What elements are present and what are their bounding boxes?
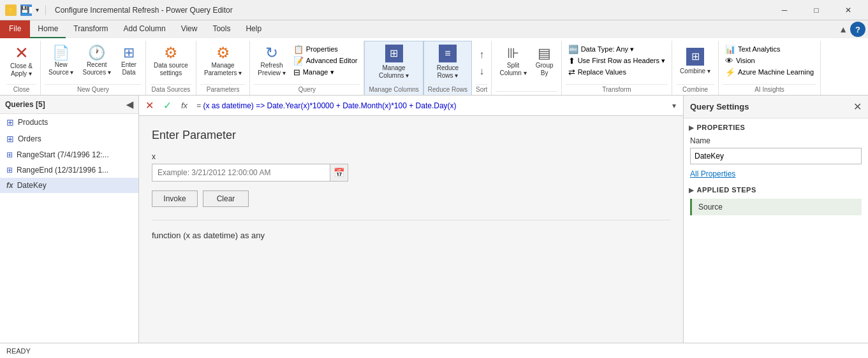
minimize-button[interactable]: ─: [770, 1, 799, 20]
combine-button[interactable]: ⊞ Combine ▾: [676, 42, 714, 80]
query-item-datekey[interactable]: fx DateKey: [0, 178, 138, 193]
param-input-field[interactable]: [152, 164, 330, 182]
sort-asc-button[interactable]: ↑: [476, 48, 487, 62]
ribbon-group-close-label: Close: [6, 84, 36, 95]
ribbon-group-parameters: ⚙ ManageParameters ▾ Parameters: [196, 41, 250, 95]
properties-section-label: PROPERTIES: [697, 124, 746, 131]
tab-help[interactable]: Help: [238, 20, 269, 38]
formula-confirm-button[interactable]: ✓: [159, 98, 175, 113]
window-controls: ─ □ ✕: [770, 1, 863, 20]
applied-steps-section-header: ▶ APPLIED STEPS: [684, 181, 868, 196]
formula-expand-button[interactable]: ▾: [668, 98, 680, 113]
ribbon-group-transform-content: 🔤 Data Type: Any ▾ ⬆ Use First Row as He…: [566, 41, 668, 84]
data-source-settings-button[interactable]: ⚙ Data sourcesettings: [150, 42, 192, 80]
data-type-button[interactable]: 🔤 Data Type: Any ▾: [566, 43, 668, 55]
range-end-icon: ⊞: [6, 166, 13, 175]
split-column-button[interactable]: ⊪ SplitColumn ▾: [496, 42, 530, 80]
maximize-button[interactable]: □: [802, 1, 831, 20]
all-properties-link[interactable]: All Properties: [684, 167, 868, 181]
close-apply-icon: ✕: [15, 45, 29, 61]
reduce-rows-icon: ≡: [439, 45, 457, 62]
query-item-range-end[interactable]: ⊞ RangeEnd (12/31/1996 1...: [0, 162, 138, 178]
query-label-orders: Orders: [18, 134, 41, 143]
recent-sources-button[interactable]: 🕐 RecentSources ▾: [78, 42, 114, 80]
formula-text: = (x as datetime) => Date.Year(x)*10000 …: [194, 101, 665, 110]
ribbon-group-close: ✕ Close &Apply ▾ Close: [3, 41, 41, 95]
manage-parameters-label: ManageParameters ▾: [204, 62, 242, 77]
applied-steps-section-label: APPLIED STEPS: [697, 186, 756, 194]
manage-button[interactable]: ⊟ Manage ▾: [291, 66, 360, 78]
refresh-preview-button[interactable]: ↻ RefreshPreview ▾: [254, 42, 289, 80]
save-icon[interactable]: 💾: [20, 4, 32, 16]
first-row-headers-label: Use First Row as Headers ▾: [578, 57, 665, 65]
replace-values-icon: ⇄: [568, 68, 575, 77]
ribbon-group-sort: ↑ ↓ Sort: [472, 41, 492, 95]
ribbon-group-transform-label: Transform: [566, 84, 668, 95]
group-by-button[interactable]: ▤ GroupBy: [532, 42, 557, 80]
reduce-rows-button[interactable]: ≡ ReduceRows ▾: [432, 43, 464, 81]
properties-triangle-icon[interactable]: ▶: [689, 124, 695, 131]
combine-label: Combine ▾: [680, 68, 710, 75]
query-settings-close-button[interactable]: ✕: [853, 101, 862, 113]
tab-file[interactable]: File: [0, 20, 30, 38]
manage-columns-button[interactable]: ⊞ ManageColumns ▾: [375, 43, 413, 81]
ribbon-group-ai-insights: 📊 Text Analytics 👁 Vision ⚡ Azure Machin…: [719, 41, 821, 95]
name-label: Name: [684, 134, 868, 147]
query-item-range-start[interactable]: ⊞ RangeStart (7/4/1996 12:...: [0, 147, 138, 162]
azure-ml-button[interactable]: ⚡ Azure Machine Learning: [723, 66, 816, 78]
new-source-button[interactable]: 📄 NewSource ▾: [45, 42, 77, 80]
datekey-icon: fx: [6, 181, 13, 190]
queries-panel-title: Queries [5]: [5, 100, 45, 109]
query-label-datekey: DateKey: [17, 181, 47, 190]
formula-bar: ✕ ✓ fx = (x as datetime) => Date.Year(x)…: [139, 96, 683, 116]
formula-cancel-button[interactable]: ✕: [142, 98, 157, 113]
ribbon-group-close-content: ✕ Close &Apply ▾: [6, 41, 36, 84]
close-button[interactable]: ✕: [834, 1, 863, 20]
properties-section-header: ▶ PROPERTIES: [684, 118, 868, 134]
query-item-products[interactable]: ⊞ Products: [0, 114, 138, 131]
manage-columns-label: ManageColumns ▾: [379, 64, 409, 80]
ribbon-group-data-sources-content: ⚙ Data sourcesettings: [150, 41, 192, 84]
invoke-button[interactable]: Invoke: [152, 190, 198, 207]
enter-data-button[interactable]: ⊞ EnterData: [116, 42, 142, 80]
tab-add-column[interactable]: Add Column: [116, 20, 173, 38]
ribbon-right-controls: ▲ ?: [839, 22, 868, 37]
ribbon-group-sort-content: ↑ ↓: [476, 41, 487, 84]
tab-tools[interactable]: Tools: [205, 20, 238, 38]
text-analytics-label: Text Analytics: [738, 45, 781, 53]
properties-button[interactable]: 📋 Properties: [291, 43, 360, 55]
manage-parameters-button[interactable]: ⚙ ManageParameters ▾: [200, 42, 246, 80]
center-column: ✕ ✓ fx = (x as datetime) => Date.Year(x)…: [139, 96, 683, 343]
split-column-icon: ⊪: [507, 45, 519, 62]
ai-small-buttons: 📊 Text Analytics 👁 Vision ⚡ Azure Machin…: [723, 42, 816, 78]
help-button[interactable]: ?: [850, 22, 865, 37]
first-row-headers-button[interactable]: ⬆ Use First Row as Headers ▾: [566, 55, 668, 66]
sort-desc-button[interactable]: ↓: [476, 64, 487, 78]
group-by-label: GroupBy: [536, 62, 554, 77]
query-settings-title: Query Settings: [690, 102, 749, 111]
query-item-orders[interactable]: ⊞ Orders: [0, 131, 138, 147]
manage-columns-icon: ⊞: [385, 45, 403, 62]
calendar-button[interactable]: 📅: [330, 164, 348, 182]
name-input[interactable]: [690, 148, 862, 164]
range-start-icon: ⊞: [6, 150, 13, 159]
advanced-editor-button[interactable]: 📝 Advanced Editor: [291, 55, 360, 66]
step-source[interactable]: Source: [690, 199, 862, 215]
quick-access-dropdown[interactable]: ▾: [36, 6, 39, 13]
azure-ml-icon: ⚡: [725, 68, 735, 77]
clear-button[interactable]: Clear: [203, 190, 249, 207]
close-apply-button[interactable]: ✕ Close &Apply ▾: [6, 42, 36, 80]
text-analytics-button[interactable]: 📊 Text Analytics: [723, 43, 816, 55]
query-settings-panel: Query Settings ✕ ▶ PROPERTIES Name All P…: [683, 96, 868, 343]
collapse-ribbon-button[interactable]: ▲: [839, 24, 848, 34]
tab-home[interactable]: Home: [30, 20, 66, 38]
title-bar: ⚡ 💾 ▾ Configure Incremental Refresh - Po…: [0, 0, 868, 20]
applied-steps-triangle-icon[interactable]: ▶: [689, 187, 695, 194]
function-description: function (x as datetime) as any: [152, 231, 670, 240]
vision-button[interactable]: 👁 Vision: [723, 55, 816, 66]
replace-values-button[interactable]: ⇄ Replace Values: [566, 66, 668, 78]
tab-transform[interactable]: Transform: [66, 20, 115, 38]
manage-icon: ⊟: [293, 68, 300, 77]
tab-view[interactable]: View: [173, 20, 205, 38]
queries-collapse-button[interactable]: ◀: [126, 99, 133, 110]
